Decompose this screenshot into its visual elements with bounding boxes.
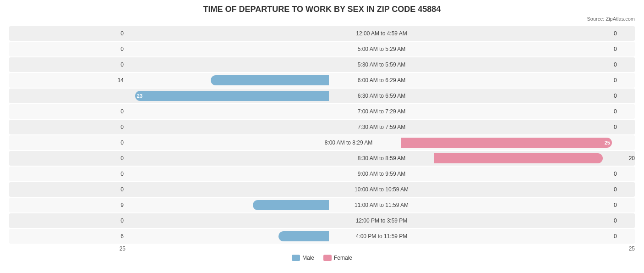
- legend-female-label: Female: [334, 255, 352, 261]
- time-label: 6:00 AM to 6:29 AM: [329, 77, 434, 84]
- chart-row: 0 9:00 AM to 9:59 AM 0: [9, 167, 635, 181]
- male-value-label: 0: [120, 217, 124, 224]
- male-value-label: 0: [120, 171, 124, 177]
- male-value-label: 14: [118, 77, 124, 84]
- legend-female: Female: [323, 255, 352, 261]
- time-label: 12:00 PM to 3:59 PM: [329, 217, 434, 224]
- legend-female-box: [323, 255, 332, 261]
- time-label: 5:30 AM to 5:59 AM: [329, 61, 434, 68]
- time-label: 12:00 AM to 4:59 AM: [329, 30, 434, 37]
- time-label: 7:30 AM to 7:59 AM: [329, 124, 434, 130]
- male-value-label: 0: [120, 61, 124, 68]
- male-value-label: 0: [120, 46, 124, 52]
- chart-row: 0 5:00 AM to 5:29 AM 0: [9, 42, 635, 56]
- male-value-label: 0: [120, 30, 124, 37]
- axis-right-label: 25: [234, 245, 635, 252]
- chart-row: 0 12:00 PM to 3:59 PM 0: [9, 213, 635, 228]
- legend: Male Female: [9, 255, 635, 261]
- time-label: 8:00 AM to 8:29 AM: [296, 139, 401, 146]
- time-label: 10:00 AM to 10:59 AM: [329, 186, 434, 193]
- axis-left-label: 25: [9, 245, 128, 252]
- source-text: Source: ZipAtlas.com: [9, 16, 635, 22]
- time-label: 4:00 PM to 11:59 PM: [329, 233, 434, 240]
- time-label: 7:00 AM to 7:29 AM: [329, 108, 434, 115]
- time-label: 8:30 AM to 8:59 AM: [329, 155, 434, 162]
- time-label: 5:00 AM to 5:29 AM: [329, 46, 434, 52]
- axis-row: 25 25: [9, 245, 635, 252]
- chart-row: 0 8:30 AM to 8:59 AM 20: [9, 151, 635, 166]
- chart-container: 0 12:00 AM to 4:59 AM 0 0 5:00 AM to 5:2…: [9, 26, 635, 244]
- time-label: 9:00 AM to 9:59 AM: [329, 171, 434, 177]
- male-value-label: 9: [120, 202, 124, 208]
- male-value-label: 0: [120, 139, 124, 146]
- chart-row: 23 6:30 AM to 6:59 AM 0: [9, 89, 635, 103]
- male-value-label: 0: [120, 186, 124, 193]
- chart-title: TIME OF DEPARTURE TO WORK BY SEX IN ZIP …: [9, 5, 635, 14]
- chart-row: 14 6:00 AM to 6:29 AM 0: [9, 73, 635, 88]
- male-value-label: 0: [120, 155, 124, 162]
- legend-male: Male: [292, 255, 314, 261]
- chart-row: 0 7:00 AM to 7:29 AM 0: [9, 104, 635, 119]
- time-label: 11:00 AM to 11:59 AM: [329, 202, 434, 208]
- chart-row: 0 8:00 AM to 8:29 AM 25: [9, 135, 635, 150]
- male-value-label: 6: [120, 233, 124, 240]
- male-value-label: 0: [120, 108, 124, 115]
- legend-male-box: [292, 255, 300, 261]
- chart-row: 0 5:30 AM to 5:59 AM 0: [9, 57, 635, 72]
- chart-row: 0 12:00 AM to 4:59 AM 0: [9, 26, 635, 41]
- chart-row: 0 7:30 AM to 7:59 AM 0: [9, 120, 635, 134]
- legend-male-label: Male: [302, 255, 314, 261]
- time-label: 6:30 AM to 6:59 AM: [329, 93, 434, 99]
- chart-row: 0 10:00 AM to 10:59 AM 0: [9, 182, 635, 197]
- male-value-label: 0: [120, 124, 124, 130]
- chart-row: 9 11:00 AM to 11:59 AM 0: [9, 198, 635, 212]
- chart-row: 6 4:00 PM to 11:59 PM 0: [9, 229, 635, 244]
